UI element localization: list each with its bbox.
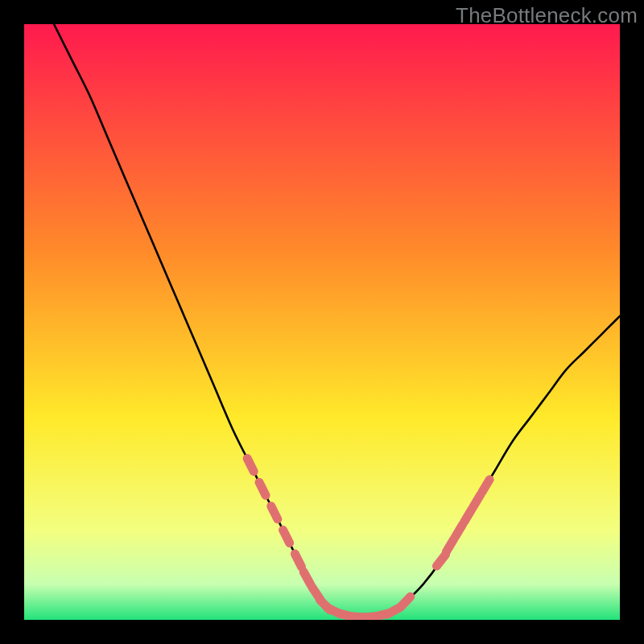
highlight-marker [247, 459, 254, 472]
plot-area [24, 24, 620, 620]
highlight-marker [295, 554, 301, 567]
highlight-marker [303, 572, 311, 584]
highlight-marker [259, 482, 266, 495]
bottleneck-chart [24, 24, 620, 620]
chart-frame: TheBottleneck.com [0, 0, 644, 644]
gradient-background [24, 24, 620, 620]
highlight-marker [271, 506, 278, 519]
highlight-marker [283, 530, 290, 543]
